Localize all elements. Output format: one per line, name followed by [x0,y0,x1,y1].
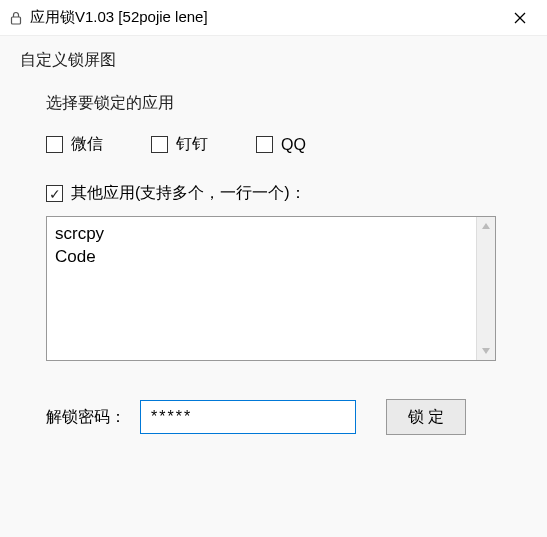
checkbox-box-checked-icon [46,185,63,202]
select-apps-label: 选择要锁定的应用 [46,93,527,114]
app-checkbox-row: 微信 钉钉 QQ [46,134,527,155]
checkbox-qq[interactable]: QQ [256,134,306,155]
close-button[interactable] [497,3,543,33]
checkbox-label: QQ [281,136,306,154]
svg-rect-0 [12,17,21,24]
scrollbar[interactable] [476,217,495,360]
window-title: 应用锁V1.03 [52pojie lene] [30,8,497,27]
checkbox-label: 其他应用(支持多个，一行一个)： [71,183,306,204]
password-label: 解锁密码： [46,407,126,428]
scroll-up-icon [477,217,495,235]
checkbox-box-icon [46,136,63,153]
checkbox-dingtalk[interactable]: 钉钉 [151,134,208,155]
close-icon [514,12,526,24]
checkbox-label: 微信 [71,134,103,155]
custom-lock-image-title: 自定义锁屏图 [20,50,527,71]
lock-icon [8,10,24,26]
other-apps-textarea-wrap [46,216,496,361]
other-apps-textarea[interactable] [47,217,475,360]
content-area: 自定义锁屏图 选择要锁定的应用 微信 钉钉 QQ 其他应用(支持多个，一行一个)… [0,36,547,537]
checkbox-other-apps[interactable]: 其他应用(支持多个，一行一个)： [46,183,306,204]
lock-button[interactable]: 锁 定 [386,399,466,435]
bottom-row: 解锁密码： 锁 定 [46,399,527,435]
scroll-down-icon [477,342,495,360]
checkbox-label: 钉钉 [176,134,208,155]
checkbox-wechat[interactable]: 微信 [46,134,103,155]
checkbox-box-icon [151,136,168,153]
checkbox-box-icon [256,136,273,153]
password-input[interactable] [140,400,356,434]
title-bar: 应用锁V1.03 [52pojie lene] [0,0,547,36]
